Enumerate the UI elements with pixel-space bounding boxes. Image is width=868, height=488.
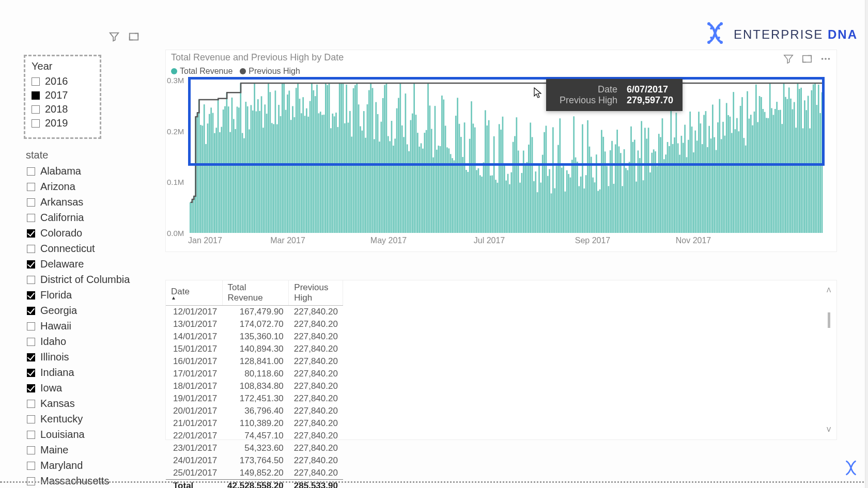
- more-options-icon[interactable]: [820, 53, 831, 67]
- column-header[interactable]: Date▲: [166, 280, 222, 306]
- checkbox-icon[interactable]: [27, 229, 35, 238]
- subscribe-icon[interactable]: [842, 459, 860, 477]
- scroll-up-icon[interactable]: ᐱ: [827, 287, 831, 294]
- focus-mode-icon[interactable]: [128, 31, 140, 44]
- cell: 227,840.20: [289, 405, 343, 417]
- cell: 128,841.00: [222, 355, 289, 368]
- year-option-label: 2017: [45, 89, 68, 101]
- table-row[interactable]: 22/01/201774,457.10227,840.20: [166, 430, 343, 442]
- checkbox-icon[interactable]: [27, 214, 35, 222]
- column-header[interactable]: Total Revenue: [222, 280, 289, 306]
- tooltip-label: Date: [555, 84, 617, 95]
- column-header[interactable]: Previous High: [289, 280, 343, 306]
- checkbox-icon[interactable]: [27, 369, 35, 377]
- checkbox-icon[interactable]: [27, 462, 35, 470]
- state-option[interactable]: Idaho: [27, 335, 146, 349]
- checkbox-icon[interactable]: [32, 119, 40, 128]
- state-option[interactable]: Louisiana: [27, 428, 146, 442]
- state-option-label: Arizona: [40, 181, 75, 193]
- table-row[interactable]: 19/01/2017172,451.30227,840.20: [166, 392, 343, 405]
- state-option[interactable]: Indiana: [27, 366, 146, 380]
- checkbox-icon[interactable]: [32, 105, 40, 114]
- state-option[interactable]: Delaware: [27, 257, 146, 271]
- cell: 227,840.20: [289, 368, 343, 380]
- state-option[interactable]: Maine: [27, 443, 146, 457]
- data-table: Date▲Total RevenuePrevious High 12/01/20…: [166, 280, 343, 488]
- checkbox-icon[interactable]: [27, 276, 35, 284]
- tooltip-label: Previous High: [555, 95, 617, 106]
- filter-icon[interactable]: [109, 31, 120, 44]
- table-row[interactable]: 14/01/2017135,360.10227,840.20: [166, 330, 343, 343]
- table-row[interactable]: 18/01/2017108,834.80227,840.20: [166, 380, 343, 392]
- state-option[interactable]: Georgia: [27, 304, 146, 318]
- checkbox-icon[interactable]: [27, 260, 35, 269]
- checkbox-icon[interactable]: [27, 431, 35, 439]
- checkbox-icon[interactable]: [27, 446, 35, 454]
- state-option[interactable]: Illinois: [27, 350, 146, 364]
- table-row[interactable]: 13/01/2017174,072.70227,840.20: [166, 318, 343, 330]
- y-tick: 0.1M: [167, 178, 170, 186]
- scroll-down-icon[interactable]: ᐯ: [827, 426, 831, 433]
- checkbox-icon[interactable]: [27, 353, 35, 361]
- chart-plot-area[interactable]: Date6/07/2017 Previous High279,597.70: [190, 80, 823, 233]
- table-visual[interactable]: Date▲Total RevenuePrevious High 12/01/20…: [165, 280, 837, 440]
- cell: 227,840.20: [289, 442, 343, 454]
- checkbox-icon[interactable]: [27, 183, 35, 191]
- table-row[interactable]: 23/01/201754,323.60227,840.20: [166, 442, 343, 454]
- state-option[interactable]: Kentucky: [27, 412, 146, 426]
- state-option[interactable]: Kansas: [27, 397, 146, 411]
- year-option-label: 2019: [45, 117, 68, 129]
- state-slicer[interactable]: state AlabamaArizonaArkansasCaliforniaCo…: [27, 149, 146, 488]
- checkbox-icon[interactable]: [27, 415, 35, 423]
- scroll-thumb[interactable]: [828, 312, 830, 328]
- checkbox-icon[interactable]: [27, 338, 35, 346]
- cell: 227,840.20: [289, 467, 343, 480]
- table-row[interactable]: 17/01/201780,118.60227,840.20: [166, 368, 343, 380]
- checkbox-icon[interactable]: [27, 167, 35, 176]
- state-option[interactable]: Colorado: [27, 226, 146, 240]
- state-option[interactable]: California: [27, 211, 146, 225]
- legend-item-prevhigh[interactable]: Previous High: [240, 67, 300, 76]
- checkbox-icon[interactable]: [27, 384, 35, 392]
- table-row[interactable]: 12/01/2017167,479.90227,840.20: [166, 306, 343, 319]
- checkbox-icon[interactable]: [27, 291, 35, 300]
- state-option[interactable]: Connecticut: [27, 242, 146, 256]
- year-option-label: 2016: [45, 75, 68, 87]
- state-option[interactable]: Florida: [27, 288, 146, 302]
- checkbox-icon[interactable]: [27, 198, 35, 207]
- table-scrollbar[interactable]: ᐱ ᐯ: [825, 287, 832, 433]
- state-option[interactable]: Hawaii: [27, 319, 146, 333]
- table-row[interactable]: 15/01/2017140,894.30227,840.20: [166, 343, 343, 355]
- checkbox-icon[interactable]: [32, 91, 40, 100]
- checkbox-icon[interactable]: [27, 307, 35, 315]
- cell: 15/01/2017: [166, 343, 222, 355]
- year-option-2016[interactable]: 2016: [32, 74, 94, 88]
- year-option-2017[interactable]: 2017: [32, 88, 94, 102]
- year-slicer[interactable]: Year 2016201720182019: [24, 55, 101, 139]
- cell: 24/01/2017: [166, 454, 222, 467]
- filter-icon[interactable]: [783, 53, 794, 67]
- table-row[interactable]: 21/01/2017110,389.20227,840.20: [166, 417, 343, 430]
- checkbox-icon[interactable]: [27, 400, 35, 408]
- table-row[interactable]: 24/01/2017173,764.50227,840.20: [166, 454, 343, 467]
- state-option[interactable]: Arizona: [27, 180, 146, 194]
- table-row[interactable]: 16/01/2017128,841.00227,840.20: [166, 355, 343, 368]
- table-row[interactable]: 25/01/2017149,852.20227,840.20: [166, 467, 343, 480]
- brand-accent: DNA: [828, 27, 858, 41]
- checkbox-icon[interactable]: [27, 245, 35, 253]
- state-option[interactable]: Arkansas: [27, 195, 146, 209]
- legend-item-revenue[interactable]: Total Revenue: [171, 67, 233, 76]
- year-option-2019[interactable]: 2019: [32, 116, 94, 130]
- state-option[interactable]: Maryland: [27, 459, 146, 473]
- state-option[interactable]: Alabama: [27, 164, 146, 178]
- chart-visual[interactable]: Total Revenue and Previous High by Date …: [165, 50, 837, 252]
- checkbox-icon[interactable]: [32, 77, 40, 86]
- focus-mode-icon[interactable]: [801, 53, 813, 67]
- year-option-2018[interactable]: 2018: [32, 102, 94, 116]
- state-option[interactable]: District of Columbia: [27, 273, 146, 287]
- checkbox-icon[interactable]: [27, 322, 35, 330]
- state-option-label: Alabama: [40, 165, 81, 177]
- table-row[interactable]: 20/01/201736,796.40227,840.20: [166, 405, 343, 417]
- table-total-row: Total42,528,558.20285,533.90: [166, 480, 343, 489]
- state-option[interactable]: Iowa: [27, 381, 146, 395]
